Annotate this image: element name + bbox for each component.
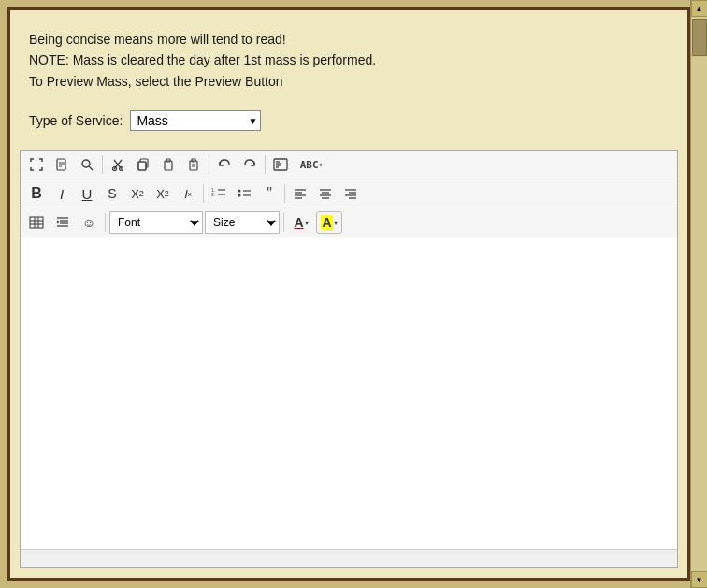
scroll-thumb[interactable] xyxy=(692,19,707,56)
size-select-wrapper[interactable]: Size 8 9 10 11 12 14 16 18 20 24 xyxy=(205,211,280,234)
scroll-down-btn[interactable]: ▼ xyxy=(691,571,708,588)
sep1 xyxy=(102,155,103,174)
font-color-btn[interactable]: A ▾ xyxy=(288,211,314,234)
svg-rect-11 xyxy=(138,162,146,170)
blockquote-btn[interactable]: " xyxy=(257,182,281,205)
spellcheck-btn[interactable]: ABC▾ xyxy=(294,153,329,176)
size-select[interactable]: Size 8 9 10 11 12 14 16 18 20 24 xyxy=(205,211,280,234)
underline-btn[interactable]: U xyxy=(75,182,99,205)
sep4 xyxy=(203,184,204,203)
emoji-btn[interactable]: ☺ xyxy=(77,211,101,234)
svg-point-28 xyxy=(238,190,241,193)
svg-rect-19 xyxy=(274,159,287,170)
status-bar xyxy=(21,549,677,567)
search-btn[interactable] xyxy=(75,153,99,176)
copy-btn[interactable] xyxy=(131,153,155,176)
editor-body[interactable] xyxy=(21,237,677,549)
toolbar-row-1: ABC▾ xyxy=(21,151,677,179)
svg-point-4 xyxy=(82,160,90,167)
redo-btn[interactable] xyxy=(238,153,262,176)
italic-btn[interactable]: I xyxy=(50,182,74,205)
svg-text:2.: 2. xyxy=(211,192,215,197)
bold-btn[interactable]: B xyxy=(24,182,49,205)
table-btn[interactable] xyxy=(24,211,49,234)
unordered-list-btn[interactable] xyxy=(232,182,256,205)
service-select[interactable]: Mass Service Event xyxy=(130,110,261,131)
font-select[interactable]: Font Arial Times New Roman Courier New G… xyxy=(109,211,203,234)
fullscreen-btn[interactable] xyxy=(24,153,49,176)
indent-btn[interactable] xyxy=(50,211,75,234)
paste-btn[interactable] xyxy=(156,153,180,176)
sep7 xyxy=(283,213,284,232)
removeformat-btn[interactable]: Ix xyxy=(176,182,200,205)
highlight-color-btn[interactable]: A ▾ xyxy=(316,211,342,234)
align-center-btn[interactable] xyxy=(313,182,338,205)
strikethrough-btn[interactable]: S xyxy=(100,182,124,205)
scroll-up-btn[interactable]: ▲ xyxy=(691,0,708,17)
source-btn[interactable] xyxy=(268,153,293,176)
svg-point-29 xyxy=(238,194,241,197)
info-area: Being concise means more will tend to re… xyxy=(10,10,687,140)
sep2 xyxy=(209,155,209,174)
main-container: Being concise means more will tend to re… xyxy=(7,7,690,581)
pdf-btn[interactable] xyxy=(50,153,74,176)
scrollbar-track: ▲ ▼ xyxy=(690,0,707,588)
sep6 xyxy=(105,213,106,232)
info-line2: NOTE: Mass is cleared the day after 1st … xyxy=(29,50,669,70)
service-select-wrapper[interactable]: Mass Service Event xyxy=(130,110,261,131)
service-label: Type of Service: xyxy=(29,113,123,128)
undo-btn[interactable] xyxy=(212,153,237,176)
subscript-btn[interactable]: X2 xyxy=(125,182,150,205)
align-right-btn[interactable] xyxy=(339,182,363,205)
sep5 xyxy=(284,184,285,203)
sep3 xyxy=(265,155,266,174)
toolbar-row-3: ☺ Font Arial Times New Roman Courier New… xyxy=(21,208,677,237)
superscript-btn[interactable]: X2 xyxy=(151,182,175,205)
font-select-wrapper[interactable]: Font Arial Times New Roman Courier New G… xyxy=(109,211,203,234)
spellcheck-arrow: ▾ xyxy=(319,161,324,169)
ordered-list-btn[interactable]: 1. 2. xyxy=(207,182,231,205)
svg-line-5 xyxy=(89,166,93,170)
cut-btn[interactable] xyxy=(106,153,130,176)
info-text: Being concise means more will tend to re… xyxy=(29,29,669,92)
svg-rect-44 xyxy=(30,217,43,228)
editor-container: ABC▾ B I U S X2 X2 Ix 1. 2. xyxy=(20,150,678,568)
info-line3: To Preview Mass, select the Preview Butt… xyxy=(29,71,669,92)
align-left-btn[interactable] xyxy=(288,182,312,205)
paste-special-btn[interactable] xyxy=(181,153,206,176)
toolbar-row-2: B I U S X2 X2 Ix 1. 2. xyxy=(21,179,677,208)
spellcheck-label: ABC xyxy=(300,159,319,171)
service-row: Type of Service: Mass Service Event xyxy=(29,110,669,131)
info-line1: Being concise means more will tend to re… xyxy=(29,29,669,50)
